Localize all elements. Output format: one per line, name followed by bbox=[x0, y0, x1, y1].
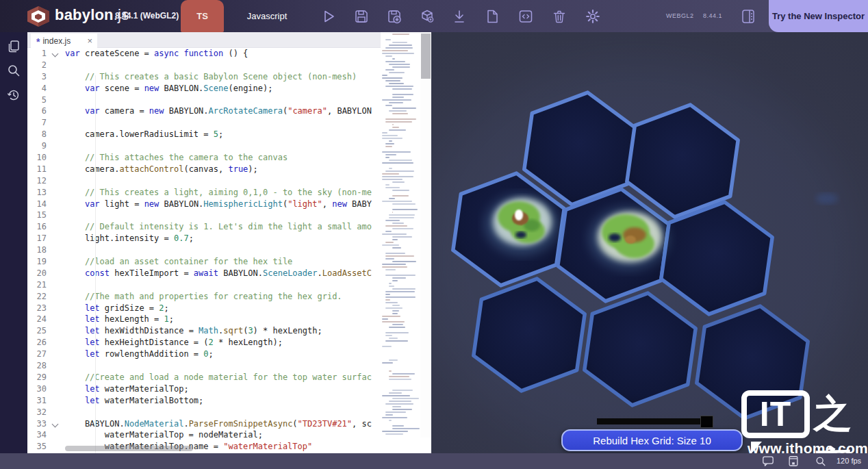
babylon-logo-icon[interactable] bbox=[25, 6, 51, 27]
minimap-line bbox=[392, 195, 409, 197]
minimap-line bbox=[392, 305, 400, 306]
new-file-icon[interactable] bbox=[484, 8, 500, 25]
minimap-line bbox=[392, 88, 412, 90]
try-new-inspector-button[interactable]: Try the New Inspector bbox=[769, 0, 868, 32]
fold-gutter bbox=[47, 175, 65, 187]
code-line[interactable]: 34 waterMaterialTop = nodeMaterial; bbox=[27, 429, 381, 441]
code-line[interactable]: 11 camera.attachControl(canvas, true); bbox=[27, 164, 381, 175]
fold-gutter bbox=[47, 210, 65, 221]
files-icon[interactable] bbox=[6, 39, 21, 54]
fold-chevron-icon[interactable] bbox=[47, 48, 65, 60]
code-line[interactable]: 21 bbox=[27, 279, 381, 291]
minimap-line bbox=[385, 258, 394, 259]
code-line[interactable]: 31 let waterMaterialBottom; bbox=[27, 395, 381, 407]
code-line[interactable]: 25 let hexWidthDistance = Math.sqrt(3) *… bbox=[27, 325, 381, 337]
code-text: //load an asset container for the hex ti… bbox=[65, 256, 292, 268]
grid-size-slider[interactable] bbox=[597, 418, 700, 424]
code-line[interactable]: 23 let gridSize = 2; bbox=[27, 303, 381, 314]
code-line[interactable]: 8 camera.lowerRadiusLimit = 5; bbox=[27, 129, 381, 140]
code-line[interactable]: 1var createScene = async function () { bbox=[27, 48, 381, 60]
code-line[interactable]: 17 light.intensity = 0.7; bbox=[27, 233, 381, 244]
clear-icon[interactable] bbox=[551, 8, 567, 25]
code-line[interactable]: 19 //load an asset container for the hex… bbox=[27, 256, 381, 268]
minimap-line bbox=[389, 286, 394, 287]
minimap-line bbox=[392, 58, 395, 60]
chat-icon[interactable] bbox=[762, 455, 774, 467]
code-line[interactable]: 6 var camera = new BABYLON.ArcRotateCame… bbox=[27, 105, 381, 117]
code-line[interactable]: 28 bbox=[27, 360, 381, 372]
code-line[interactable]: 20 const hexTileImport = await BABYLON.S… bbox=[27, 268, 381, 279]
code-line[interactable]: 4 var scene = new BABYLON.Scene(engine); bbox=[27, 83, 381, 94]
render-canvas[interactable]: Rebuild Hex Grid: Size 10 IT 之家 www.itho… bbox=[431, 32, 868, 453]
download-icon[interactable] bbox=[451, 8, 468, 25]
minimap-line bbox=[389, 168, 392, 169]
scrollbar-slider[interactable] bbox=[421, 34, 431, 79]
babylon-playground-window: babylon.js 8.44.1 (WebGL2) TS Javascript… bbox=[0, 0, 868, 469]
line-number: 1 bbox=[27, 48, 47, 60]
embed-code-icon[interactable] bbox=[518, 8, 534, 25]
code-line[interactable]: 22 //The math and properties for creatin… bbox=[27, 291, 381, 303]
minimap-line bbox=[385, 302, 398, 303]
minimap-line bbox=[392, 288, 416, 290]
code-text: let gridSize = 2; bbox=[65, 303, 169, 314]
code-text: let rowlengthAddition = 0; bbox=[65, 348, 214, 360]
code-line[interactable]: 14 var light = new BABYLON.HemisphericLi… bbox=[27, 199, 381, 210]
minimap-line bbox=[389, 283, 392, 284]
code-text: var createScene = async function () { bbox=[65, 48, 248, 60]
code-line[interactable]: 29 //Create and load a node material for… bbox=[27, 372, 381, 383]
line-number: 12 bbox=[27, 175, 47, 187]
code-line[interactable]: 3 // This creates a basic Babylon Scene … bbox=[27, 71, 381, 83]
save-icon[interactable] bbox=[353, 8, 370, 25]
code-line[interactable]: 12 bbox=[27, 175, 381, 187]
fold-chevron-icon[interactable] bbox=[47, 418, 65, 430]
close-tab-icon[interactable]: × bbox=[87, 36, 92, 46]
code-line[interactable]: 9 bbox=[27, 140, 381, 152]
minimap-line bbox=[392, 113, 408, 114]
code-line[interactable]: 16 // Default intensity is 1. Let's dim … bbox=[27, 221, 381, 233]
code-line[interactable]: 10 // This attaches the camera to the ca… bbox=[27, 152, 381, 164]
line-number: 33 bbox=[27, 418, 47, 430]
minimap-line bbox=[385, 39, 391, 40]
vertical-scrollbar[interactable] bbox=[420, 32, 431, 438]
code-line[interactable]: 2 bbox=[27, 60, 381, 71]
tab-javascript[interactable]: Javascript bbox=[229, 0, 305, 32]
inspector-panel-icon[interactable] bbox=[741, 8, 756, 25]
minimap-line bbox=[389, 327, 405, 328]
rebuild-hex-grid-button[interactable]: Rebuild Hex Grid: Size 10 bbox=[561, 429, 743, 451]
minimap-line bbox=[382, 321, 405, 322]
code-line[interactable]: 26 let hexHeightDistance = (2 * hexLengt… bbox=[27, 337, 381, 348]
code-content[interactable]: 1var createScene = async function () {23… bbox=[27, 48, 381, 453]
minimap-line bbox=[385, 154, 396, 155]
code-line[interactable]: 32 bbox=[27, 407, 381, 418]
code-line[interactable]: 13 // This creates a light, aiming 0,1,0… bbox=[27, 187, 381, 199]
tab-index-js[interactable]: * index.js × bbox=[31, 34, 97, 48]
minimap-line bbox=[385, 403, 413, 405]
minimap-line bbox=[389, 359, 398, 361]
grid-size-slider-handle[interactable] bbox=[700, 416, 713, 428]
play-icon[interactable] bbox=[320, 8, 337, 25]
minimap-line bbox=[382, 346, 392, 347]
search-icon[interactable] bbox=[815, 455, 827, 467]
code-line[interactable]: 7 bbox=[27, 117, 381, 129]
minimap[interactable] bbox=[381, 32, 420, 438]
minimap-line bbox=[392, 228, 413, 229]
docs-icon[interactable] bbox=[787, 455, 800, 467]
code-line[interactable]: 30 let waterMaterialTop; bbox=[27, 383, 381, 395]
minimap-line bbox=[392, 425, 404, 427]
code-line[interactable]: 18 bbox=[27, 244, 381, 256]
minimap-line bbox=[382, 417, 407, 418]
tab-typescript[interactable]: TS bbox=[181, 0, 224, 32]
settings-icon[interactable] bbox=[585, 8, 601, 25]
code-line[interactable]: 24 let hexLength = 1; bbox=[27, 314, 381, 325]
code-line[interactable]: 5 bbox=[27, 94, 381, 106]
history-icon[interactable] bbox=[6, 88, 21, 103]
code-editor[interactable]: * index.js × 1var createScene = async fu… bbox=[27, 32, 431, 453]
horizontal-scrollbar[interactable] bbox=[65, 446, 193, 451]
download-snippet-icon[interactable] bbox=[386, 8, 403, 25]
code-line[interactable]: 27 let rowlengthAddition = 0; bbox=[27, 348, 381, 360]
search-icon[interactable] bbox=[6, 63, 21, 78]
fold-gutter bbox=[47, 94, 65, 106]
code-line[interactable]: 15 bbox=[27, 210, 381, 221]
code-line[interactable]: 33 BABYLON.NodeMaterial.ParseFromSnippet… bbox=[27, 418, 381, 430]
export-gltf-icon[interactable] bbox=[419, 8, 435, 25]
